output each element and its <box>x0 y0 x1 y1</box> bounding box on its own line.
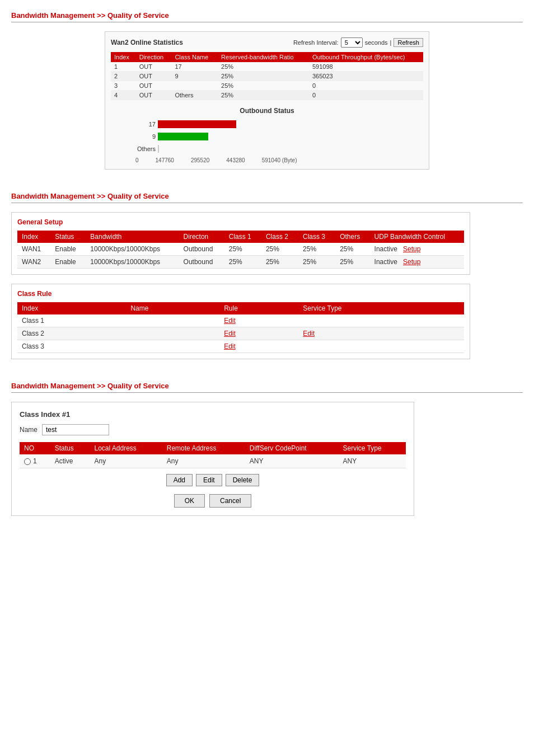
stats-cell-throughput: 0 <box>309 91 423 100</box>
gen-cell-direction: Outbound <box>179 243 224 256</box>
name-input[interactable] <box>42 424 109 435</box>
gen-cell-bandwidth: 10000Kbps/10000Kbps <box>86 243 179 256</box>
refresh-seconds-label: seconds <box>365 39 388 46</box>
chart-section: Outbound Status 17 9 Others 0 147760 2 <box>111 107 423 163</box>
stats-cell-direction: OUT <box>136 81 172 91</box>
gen-col-class1: Class 1 <box>224 231 261 243</box>
gen-cell-class2: 25% <box>261 256 298 269</box>
general-table-row: WAN1 Enable 10000Kbps/10000Kbps Outbound… <box>17 243 464 256</box>
delete-button[interactable]: Delete <box>226 474 260 486</box>
cd-cell-local: Any <box>90 454 162 468</box>
class-rule-row: Class 2 Edit Edit <box>17 327 464 340</box>
stats-title: Wan2 Online Statistics <box>111 39 183 46</box>
refresh-button[interactable]: Refresh <box>394 38 423 47</box>
service-edit-link[interactable]: Edit <box>303 330 315 337</box>
stats-cell-classname: 9 <box>171 72 218 81</box>
gen-col-others: Others <box>335 231 369 243</box>
stats-cell-ratio: 25% <box>218 91 309 100</box>
stats-table: Index Direction Class Name Reserved-band… <box>111 52 423 100</box>
stats-cell-direction: OUT <box>136 91 172 100</box>
setup-link[interactable]: Setup <box>403 258 420 266</box>
gen-cell-udp: Inactive Setup <box>370 243 464 256</box>
section3-title: Bandwidth Management >> Quality of Servi… <box>11 382 523 390</box>
stats-box: Wan2 Online Statistics Refresh Interval:… <box>105 31 429 170</box>
rule-edit-link[interactable]: Edit <box>224 330 236 337</box>
chart-label-17: 17 <box>133 121 156 128</box>
ok-button[interactable]: OK <box>174 494 205 508</box>
stats-cell-classname: 17 <box>171 62 218 72</box>
axis-1: 147760 <box>156 157 174 163</box>
cancel-button[interactable]: Cancel <box>209 494 251 508</box>
general-table: Index Status Bandwidth Directon Class 1 … <box>17 231 464 269</box>
gen-col-index: Index <box>17 231 50 243</box>
stats-cell-throughput: 365023 <box>309 72 423 81</box>
gen-cell-class1: 25% <box>224 243 261 256</box>
cd-cell-status: Active <box>50 454 90 468</box>
gen-col-bandwidth: Bandwidth <box>86 231 179 243</box>
refresh-area: Refresh Interval: 5 10 30 seconds | Refr… <box>293 37 423 48</box>
stats-cell-throughput: 591098 <box>309 62 423 72</box>
cr-cell-index: Class 1 <box>17 314 126 327</box>
cr-cell-name <box>126 327 219 340</box>
class-index-box: Class Index #1 Name NO Status Local Addr… <box>11 402 414 516</box>
gen-cell-status: Enable <box>50 256 86 269</box>
stats-cell-index: 3 <box>111 81 136 91</box>
stats-col-index: Index <box>111 52 136 62</box>
rule-edit-link[interactable]: Edit <box>224 342 236 350</box>
rule-edit-link[interactable]: Edit <box>224 317 236 325</box>
stats-cell-index: 1 <box>111 62 136 72</box>
stats-cell-throughput: 0 <box>309 81 423 91</box>
general-setup-label: General Setup <box>17 218 464 226</box>
cr-cell-service <box>298 340 464 353</box>
add-edit-delete-row: Add Edit Delete <box>20 474 406 486</box>
stats-table-header-row: Index Direction Class Name Reserved-band… <box>111 52 423 62</box>
class-rule-label: Class Rule <box>17 290 464 298</box>
cr-cell-index: Class 3 <box>17 340 126 353</box>
refresh-interval-select[interactable]: 5 10 30 <box>341 37 363 48</box>
cd-col-status: Status <box>50 442 90 454</box>
general-table-header: Index Status Bandwidth Directon Class 1 … <box>17 231 464 243</box>
stats-cell-index: 2 <box>111 72 136 81</box>
stats-table-row: 1 OUT 17 25% 591098 <box>111 62 423 72</box>
stats-table-row: 2 OUT 9 25% 365023 <box>111 72 423 81</box>
chart-label-9: 9 <box>133 133 156 140</box>
cr-col-name: Name <box>126 302 219 314</box>
axis-2: 295520 <box>191 157 209 163</box>
class-rule-table: Index Name Rule Service Type Class 1 Edi… <box>17 302 464 353</box>
gen-col-udp: UDP Bandwidth Control <box>370 231 464 243</box>
cr-cell-service <box>298 314 464 327</box>
gen-cell-class2: 25% <box>261 243 298 256</box>
edit-button[interactable]: Edit <box>196 474 222 486</box>
chart-row-others: Others <box>133 144 159 154</box>
general-table-row: WAN2 Enable 10000Kbps/10000Kbps Outbound… <box>17 256 464 269</box>
add-button[interactable]: Add <box>166 474 193 486</box>
cd-cell-service: ANY <box>339 454 406 468</box>
class-index-title: Class Index #1 <box>20 410 406 419</box>
cd-cell-no: 1 <box>20 454 50 468</box>
stats-table-row: 3 OUT 25% 0 <box>111 81 423 91</box>
gen-cell-bandwidth: 10000Kbps/10000Kbps <box>86 256 179 269</box>
class-detail-table: NO Status Local Address Remote Address D… <box>20 442 406 468</box>
section-general-setup: Bandwidth Management >> Quality of Servi… <box>11 192 523 359</box>
stats-col-throughput: Outbound Throughput (Bytes/sec) <box>309 52 423 62</box>
gen-cell-index: WAN2 <box>17 256 50 269</box>
gen-cell-direction: Outbound <box>179 256 224 269</box>
cr-col-index: Index <box>17 302 126 314</box>
gen-cell-others: 25% <box>335 256 369 269</box>
gen-cell-udp: Inactive Setup <box>370 256 464 269</box>
gen-col-class2: Class 2 <box>261 231 298 243</box>
section-class-index: Bandwidth Management >> Quality of Servi… <box>11 382 523 516</box>
section1-title: Bandwidth Management >> Quality of Servi… <box>11 11 523 20</box>
stats-cell-classname <box>171 81 218 91</box>
cr-cell-service: Edit <box>298 327 464 340</box>
chart-bar-17 <box>158 120 236 128</box>
chart-label-others: Others <box>133 145 156 152</box>
gen-cell-class1: 25% <box>224 256 261 269</box>
class-rule-row: Class 3 Edit <box>17 340 464 353</box>
setup-link[interactable]: Setup <box>403 245 420 253</box>
section-wan2-statistics: Bandwidth Management >> Quality of Servi… <box>11 11 523 170</box>
name-row: Name <box>20 424 406 435</box>
cd-col-service: Service Type <box>339 442 406 454</box>
stats-cell-ratio: 25% <box>218 62 309 72</box>
row-radio[interactable] <box>24 458 31 465</box>
